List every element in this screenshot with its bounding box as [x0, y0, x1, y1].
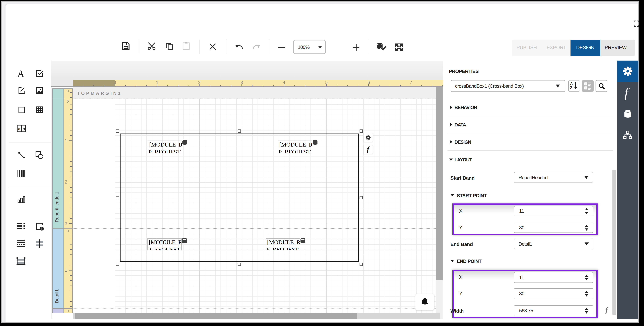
svg-text:b: b	[22, 127, 25, 131]
svg-text:Z: Z	[570, 86, 572, 90]
svg-text:a: a	[18, 127, 20, 131]
svg-text:A: A	[570, 82, 573, 86]
